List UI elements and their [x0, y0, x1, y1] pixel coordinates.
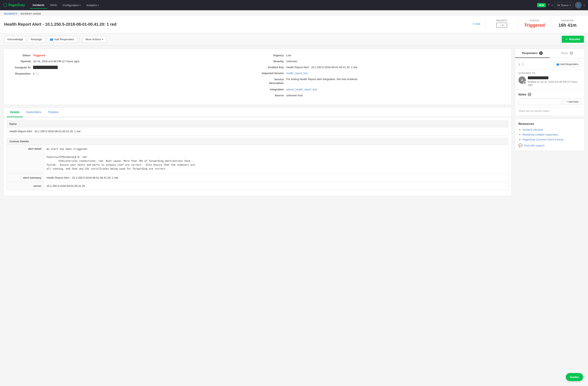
resource-link-lifecycle[interactable]: Incident Lifecycle: [523, 128, 543, 131]
user-avatar[interactable]: 👤: [575, 2, 582, 8]
acknowledge-button[interactable]: Acknowledge: [4, 36, 26, 43]
detail-incident-key-value: Health Report Alert - 10.1.250.5-2018-08…: [286, 66, 357, 69]
edit-pencil-icon: ✏: [473, 22, 475, 25]
guides-fab[interactable]: Guides: [566, 373, 583, 381]
detail-incident-key-row: Incident Key Health Report Alert - 10.1.…: [257, 66, 506, 69]
priority-selector[interactable]: -- ▾: [496, 22, 507, 28]
avatar-info-badge: i: [523, 81, 526, 84]
add-responders-sidebar-icon: 👥: [556, 63, 559, 66]
help-dropdown-icon: ▾: [552, 4, 553, 6]
incident-title-area: Health Report Alert - 10.1.250.5-2018-08…: [4, 21, 471, 27]
detail-responders-value: 1: [33, 72, 35, 75]
table-row: alert summary Health Report Alert – 10.1…: [7, 173, 508, 182]
table-row: alert detail An alert has been triggered…: [7, 145, 508, 173]
detail-service-desc-label: ServiceDescription: [257, 78, 286, 85]
assignee-row: A i Notified on Jul 31, 2018 at 5:46 PM …: [518, 76, 581, 86]
detail-urgency-row: Urgency Low: [257, 54, 506, 57]
add-responders-button[interactable]: 👥 Add Responders: [47, 36, 77, 43]
breadcrumb-incidents-link[interactable]: INCIDENTS: [4, 13, 17, 15]
detail-status-label: Status: [8, 54, 33, 57]
assigned-to-label: ASSIGNED TO:: [518, 72, 581, 74]
notes-input[interactable]: [518, 98, 562, 105]
detail-urgency-value: Low: [286, 54, 291, 57]
responders-notes-card: Responders 1 Notes 0 1 i: [515, 49, 585, 116]
nav-configuration[interactable]: Configuration ▾: [60, 2, 83, 9]
add-note-button[interactable]: + Add Note: [564, 99, 581, 105]
notes-count-circle: 0: [528, 93, 531, 96]
detail-source-row: Source unknown host: [257, 94, 506, 97]
detail-source-value: unknown host: [286, 94, 303, 97]
chat-support-row[interactable]: 💬 Chat with support: [518, 144, 581, 148]
add-responders-icon: 👥: [50, 38, 53, 41]
nav-incidents[interactable]: Incidents: [30, 2, 47, 9]
detail-integration-value[interactable]: splunk_health_report_test: [286, 88, 317, 91]
tab-notes[interactable]: Notes 0: [550, 49, 585, 58]
chat-support-link[interactable]: Chat with support: [524, 144, 545, 147]
detail-left: Status Triggered Opened Jul 31, 2018 at …: [8, 54, 257, 100]
detail-responders-row: Responders 1 i: [8, 72, 257, 75]
top-nav: ⬡ PagerDuty Incidents Alerts Configurati…: [0, 0, 588, 10]
responders-info-icon[interactable]: i: [35, 72, 39, 75]
detail-opened-row: Opened Jul 31, 2018 at 5:46 PM (17 hours…: [8, 60, 257, 63]
detail-grid: Status Triggered Opened Jul 31, 2018 at …: [8, 54, 506, 100]
assignee-info: Notified on Jul 31, 2018 at 5:46 PM (17 …: [528, 76, 581, 86]
assignee-name-redacted: [528, 76, 548, 79]
nav-alerts[interactable]: Alerts: [47, 2, 60, 9]
right-sidebar: Responders 1 Notes 0 1 i: [515, 49, 585, 386]
teams-selector[interactable]: All Teams ▾: [555, 2, 573, 8]
more-actions-button[interactable]: More Actions ▾: [82, 36, 106, 43]
detail-impacted-service-row: Impacted Service health_report_test: [257, 72, 506, 75]
responders-count-badge: 1: [539, 51, 543, 55]
name-section-body: Health Report Alert - 10.1.250.5-2018-08…: [7, 127, 508, 135]
configuration-dropdown-icon: ▾: [80, 4, 81, 6]
server-value: 10.1.250.5-2018-08-01-00.41.20: [44, 182, 508, 190]
tabs-container: Details Subscribers Timeline Name Health…: [3, 107, 512, 196]
add-responders-sidebar-button[interactable]: 👥 Add Responders: [554, 61, 581, 67]
analytics-dropdown-icon: ▾: [98, 4, 99, 6]
tab-timeline[interactable]: Timeline: [44, 107, 62, 117]
new-button[interactable]: NEW: [537, 3, 546, 7]
logo-text: PagerDuty: [8, 3, 25, 7]
custom-details-section-body: alert detail An alert has been triggered…: [7, 145, 508, 190]
nav-analytics[interactable]: Analytics ▾: [83, 2, 102, 9]
tab-details-content: Name Health Report Alert - 10.1.250.5-20…: [3, 117, 511, 196]
edit-button[interactable]: ✏ Edit: [471, 21, 482, 26]
list-item: PagerDuty Common Event Format: [523, 138, 581, 141]
alert-detail-value: An alert has been triggered: Feature=TCP…: [44, 145, 508, 173]
resolve-button[interactable]: ✓ Resolve: [562, 36, 584, 43]
notes-header-row: Notes 0: [515, 90, 585, 98]
avatar-icon: 👤: [576, 3, 580, 7]
tab-subscribers[interactable]: Subscribers: [23, 107, 44, 117]
detail-severity-label: Severity: [257, 60, 286, 63]
resource-link-mobilizing[interactable]: Mobilizing multiple responders: [523, 133, 558, 136]
detail-severity-value: Unknown: [286, 60, 297, 63]
custom-details-section-header: Custom Details: [7, 138, 508, 145]
resp-count-info-icon[interactable]: i: [521, 63, 524, 66]
detail-impacted-service-value[interactable]: health_report_test: [286, 72, 308, 75]
incident-header: Health Report Alert - 10.1.250.5-2018-08…: [0, 16, 588, 33]
tab-details[interactable]: Details: [7, 107, 23, 117]
logo[interactable]: ⬡ PagerDuty: [3, 2, 25, 8]
notes-input-row: + Add Note: [515, 98, 585, 107]
breadcrumb-current: INCIDENT #24328: [21, 13, 41, 15]
priority-label: PRIORITY: [491, 19, 512, 22]
reassign-button[interactable]: Reassign: [28, 36, 45, 43]
alert-detail-label: alert detail: [7, 145, 44, 173]
duration-label: DURATION: [557, 19, 578, 22]
help-icon[interactable]: ?: [548, 3, 550, 7]
duration-block: DURATION 16h 41m: [551, 18, 584, 30]
resource-link-event-format[interactable]: PagerDuty Common Event Format: [523, 138, 563, 141]
nav-right: NEW ? ▾ All Teams ▾ 👤 ▾: [537, 2, 585, 8]
tabs-header: Details Subscribers Timeline: [3, 107, 511, 117]
detail-integration-row: Integration splunk_health_report_test: [257, 88, 506, 91]
detail-integration-label: Integration: [257, 88, 286, 91]
main-layout: Status Triggered Opened Jul 31, 2018 at …: [0, 45, 588, 386]
responders-content: 1 i 👥 Add Responders ASSIGNED TO: A i: [515, 58, 585, 89]
name-value: Health Report Alert - 10.1.250.5-2018-08…: [7, 127, 508, 135]
teams-dropdown-icon: ▾: [570, 4, 571, 6]
detail-urgency-label: Urgency: [257, 54, 286, 57]
left-column: Status Triggered Opened Jul 31, 2018 at …: [3, 49, 512, 386]
tab-responders[interactable]: Responders 1: [515, 49, 550, 58]
assignee-notified: Notified on Jul 31, 2018 at 5:46 PM (17 …: [528, 81, 581, 86]
assigned-redacted: [33, 66, 58, 69]
